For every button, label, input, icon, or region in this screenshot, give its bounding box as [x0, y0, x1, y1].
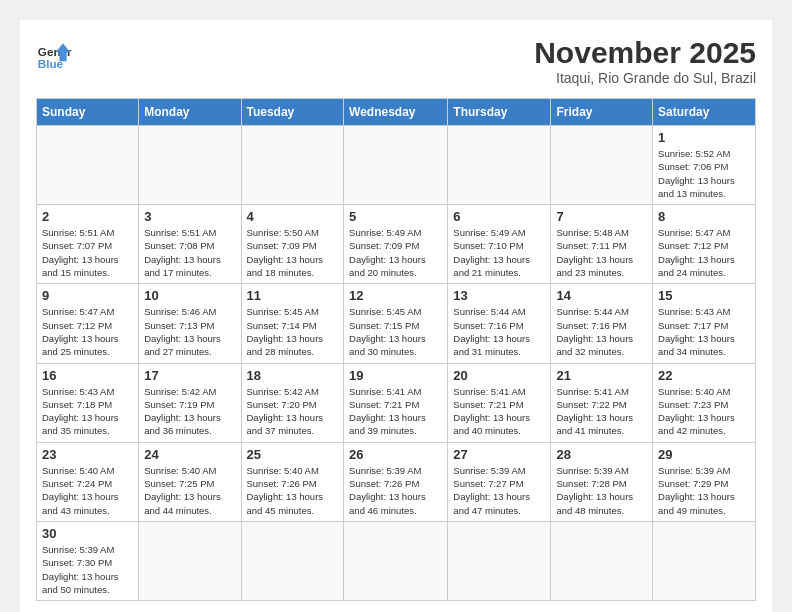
day-number: 8 — [658, 209, 750, 224]
day-20: 20 Sunrise: 5:41 AMSunset: 7:21 PMDaylig… — [448, 363, 551, 442]
day-number: 13 — [453, 288, 545, 303]
day-number: 19 — [349, 368, 442, 383]
day-number: 17 — [144, 368, 235, 383]
day-number: 23 — [42, 447, 133, 462]
day-info: Sunrise: 5:49 AMSunset: 7:09 PMDaylight:… — [349, 226, 442, 279]
day-number: 7 — [556, 209, 647, 224]
day-info: Sunrise: 5:40 AMSunset: 7:23 PMDaylight:… — [658, 385, 750, 438]
table-row — [344, 126, 448, 205]
day-number: 22 — [658, 368, 750, 383]
day-info: Sunrise: 5:39 AMSunset: 7:26 PMDaylight:… — [349, 464, 442, 517]
day-info: Sunrise: 5:39 AMSunset: 7:30 PMDaylight:… — [42, 543, 133, 596]
table-row — [139, 521, 241, 600]
day-29: 29 Sunrise: 5:39 AMSunset: 7:29 PMDaylig… — [653, 442, 756, 521]
day-info: Sunrise: 5:46 AMSunset: 7:13 PMDaylight:… — [144, 305, 235, 358]
day-19: 19 Sunrise: 5:41 AMSunset: 7:21 PMDaylig… — [344, 363, 448, 442]
header-friday: Friday — [551, 99, 653, 126]
day-info: Sunrise: 5:45 AMSunset: 7:15 PMDaylight:… — [349, 305, 442, 358]
table-row — [344, 521, 448, 600]
header-sunday: Sunday — [37, 99, 139, 126]
header-wednesday: Wednesday — [344, 99, 448, 126]
header-saturday: Saturday — [653, 99, 756, 126]
day-16: 16 Sunrise: 5:43 AMSunset: 7:18 PMDaylig… — [37, 363, 139, 442]
day-info: Sunrise: 5:48 AMSunset: 7:11 PMDaylight:… — [556, 226, 647, 279]
logo: General Blue — [36, 36, 72, 72]
day-6: 6 Sunrise: 5:49 AMSunset: 7:10 PMDayligh… — [448, 205, 551, 284]
day-1: 1 Sunrise: 5:52 AMSunset: 7:06 PMDayligh… — [653, 126, 756, 205]
table-row: 1 Sunrise: 5:52 AMSunset: 7:06 PMDayligh… — [37, 126, 756, 205]
day-number: 30 — [42, 526, 133, 541]
table-row — [551, 521, 653, 600]
table-row — [139, 126, 241, 205]
day-info: Sunrise: 5:45 AMSunset: 7:14 PMDaylight:… — [247, 305, 339, 358]
day-info: Sunrise: 5:51 AMSunset: 7:08 PMDaylight:… — [144, 226, 235, 279]
day-22: 22 Sunrise: 5:40 AMSunset: 7:23 PMDaylig… — [653, 363, 756, 442]
day-number: 11 — [247, 288, 339, 303]
day-info: Sunrise: 5:39 AMSunset: 7:28 PMDaylight:… — [556, 464, 647, 517]
day-8: 8 Sunrise: 5:47 AMSunset: 7:12 PMDayligh… — [653, 205, 756, 284]
day-number: 5 — [349, 209, 442, 224]
day-23: 23 Sunrise: 5:40 AMSunset: 7:24 PMDaylig… — [37, 442, 139, 521]
header-monday: Monday — [139, 99, 241, 126]
day-info: Sunrise: 5:40 AMSunset: 7:25 PMDaylight:… — [144, 464, 235, 517]
day-3: 3 Sunrise: 5:51 AMSunset: 7:08 PMDayligh… — [139, 205, 241, 284]
day-number: 14 — [556, 288, 647, 303]
table-row — [551, 126, 653, 205]
day-number: 24 — [144, 447, 235, 462]
day-info: Sunrise: 5:47 AMSunset: 7:12 PMDaylight:… — [658, 226, 750, 279]
day-25: 25 Sunrise: 5:40 AMSunset: 7:26 PMDaylig… — [241, 442, 344, 521]
day-number: 4 — [247, 209, 339, 224]
day-info: Sunrise: 5:41 AMSunset: 7:21 PMDaylight:… — [453, 385, 545, 438]
day-info: Sunrise: 5:44 AMSunset: 7:16 PMDaylight:… — [453, 305, 545, 358]
day-number: 12 — [349, 288, 442, 303]
day-number: 1 — [658, 130, 750, 145]
day-info: Sunrise: 5:52 AMSunset: 7:06 PMDaylight:… — [658, 147, 750, 200]
day-10: 10 Sunrise: 5:46 AMSunset: 7:13 PMDaylig… — [139, 284, 241, 363]
day-14: 14 Sunrise: 5:44 AMSunset: 7:16 PMDaylig… — [551, 284, 653, 363]
table-row: 9 Sunrise: 5:47 AMSunset: 7:12 PMDayligh… — [37, 284, 756, 363]
calendar: Sunday Monday Tuesday Wednesday Thursday… — [36, 98, 756, 601]
day-9: 9 Sunrise: 5:47 AMSunset: 7:12 PMDayligh… — [37, 284, 139, 363]
day-number: 3 — [144, 209, 235, 224]
general-blue-icon: General Blue — [36, 36, 72, 72]
day-info: Sunrise: 5:43 AMSunset: 7:17 PMDaylight:… — [658, 305, 750, 358]
day-info: Sunrise: 5:44 AMSunset: 7:16 PMDaylight:… — [556, 305, 647, 358]
day-7: 7 Sunrise: 5:48 AMSunset: 7:11 PMDayligh… — [551, 205, 653, 284]
day-info: Sunrise: 5:42 AMSunset: 7:20 PMDaylight:… — [247, 385, 339, 438]
day-18: 18 Sunrise: 5:42 AMSunset: 7:20 PMDaylig… — [241, 363, 344, 442]
day-2: 2 Sunrise: 5:51 AMSunset: 7:07 PMDayligh… — [37, 205, 139, 284]
location: Itaqui, Rio Grande do Sul, Brazil — [534, 70, 756, 86]
day-number: 15 — [658, 288, 750, 303]
title-block: November 2025 Itaqui, Rio Grande do Sul,… — [534, 36, 756, 86]
table-row — [448, 521, 551, 600]
day-info: Sunrise: 5:40 AMSunset: 7:26 PMDaylight:… — [247, 464, 339, 517]
day-30: 30 Sunrise: 5:39 AMSunset: 7:30 PMDaylig… — [37, 521, 139, 600]
table-row — [448, 126, 551, 205]
day-info: Sunrise: 5:43 AMSunset: 7:18 PMDaylight:… — [42, 385, 133, 438]
day-number: 29 — [658, 447, 750, 462]
day-27: 27 Sunrise: 5:39 AMSunset: 7:27 PMDaylig… — [448, 442, 551, 521]
day-info: Sunrise: 5:49 AMSunset: 7:10 PMDaylight:… — [453, 226, 545, 279]
table-row — [37, 126, 139, 205]
weekday-header-row: Sunday Monday Tuesday Wednesday Thursday… — [37, 99, 756, 126]
day-info: Sunrise: 5:47 AMSunset: 7:12 PMDaylight:… — [42, 305, 133, 358]
day-number: 9 — [42, 288, 133, 303]
day-number: 21 — [556, 368, 647, 383]
page: General Blue November 2025 Itaqui, Rio G… — [20, 20, 772, 612]
day-number: 25 — [247, 447, 339, 462]
day-5: 5 Sunrise: 5:49 AMSunset: 7:09 PMDayligh… — [344, 205, 448, 284]
day-number: 27 — [453, 447, 545, 462]
day-15: 15 Sunrise: 5:43 AMSunset: 7:17 PMDaylig… — [653, 284, 756, 363]
day-12: 12 Sunrise: 5:45 AMSunset: 7:15 PMDaylig… — [344, 284, 448, 363]
day-number: 6 — [453, 209, 545, 224]
day-13: 13 Sunrise: 5:44 AMSunset: 7:16 PMDaylig… — [448, 284, 551, 363]
table-row: 2 Sunrise: 5:51 AMSunset: 7:07 PMDayligh… — [37, 205, 756, 284]
day-info: Sunrise: 5:39 AMSunset: 7:29 PMDaylight:… — [658, 464, 750, 517]
day-number: 10 — [144, 288, 235, 303]
day-4: 4 Sunrise: 5:50 AMSunset: 7:09 PMDayligh… — [241, 205, 344, 284]
day-number: 16 — [42, 368, 133, 383]
day-17: 17 Sunrise: 5:42 AMSunset: 7:19 PMDaylig… — [139, 363, 241, 442]
table-row — [653, 521, 756, 600]
day-number: 26 — [349, 447, 442, 462]
day-11: 11 Sunrise: 5:45 AMSunset: 7:14 PMDaylig… — [241, 284, 344, 363]
